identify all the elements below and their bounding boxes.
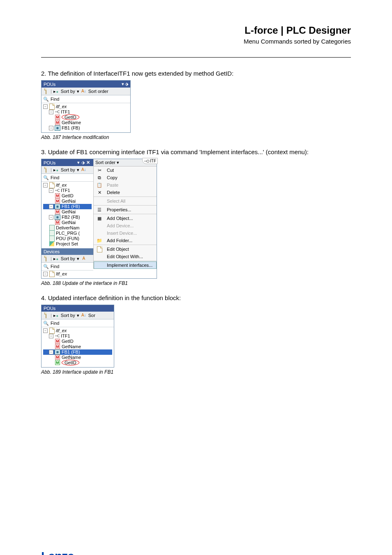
find-row[interactable]: 🔍 Find — [42, 174, 93, 182]
az-sort-icon[interactable]: A↓ — [81, 167, 87, 173]
expander-icon[interactable]: − — [43, 104, 48, 109]
tree-row-getid[interactable]: MGetID — [43, 193, 92, 199]
ctx-selectall[interactable]: Select All — [94, 197, 157, 205]
method-icon: M — [55, 199, 60, 204]
project-icon — [49, 271, 55, 277]
az-sort-icon[interactable]: A — [81, 256, 87, 261]
expander-icon[interactable]: − — [49, 110, 53, 114]
node-fb1-getname: GetName — [62, 355, 81, 360]
pin-icon[interactable]: ⬗ — [81, 160, 85, 165]
sortby-label[interactable]: Sort by — [61, 256, 75, 261]
sortby-label[interactable]: Sort by — [61, 167, 75, 172]
page-title: L-force | PLC Designer — [41, 25, 351, 36]
find-row[interactable]: 🔍 Find — [42, 319, 114, 327]
az-sort-icon[interactable]: A↓ — [81, 312, 87, 318]
ctx-editobjectwith[interactable]: Edit Object With... — [94, 253, 157, 260]
devices-title-text: Devices — [44, 249, 60, 254]
interface-icon — [55, 189, 60, 192]
document-icon[interactable] — [43, 312, 49, 318]
caption-189: Abb. 189 Interface update in FB1 — [41, 369, 351, 375]
method-icon: M — [55, 120, 60, 125]
tree-row-fb1-getname[interactable]: MGetName — [43, 355, 112, 360]
node-itfex: itf_ex — [56, 183, 67, 187]
pin-icon[interactable]: ⬗ — [125, 81, 128, 87]
interface-icon — [55, 110, 60, 113]
node-projectset: Project Set — [56, 241, 78, 246]
sortorder-label[interactable]: Sort order — [88, 89, 108, 94]
sortby-label[interactable]: Sort by — [61, 89, 75, 94]
chevron-down-icon[interactable]: ▾ — [77, 89, 79, 94]
document-icon[interactable] — [43, 88, 49, 94]
ctx-properties[interactable]: ☰Properties... — [94, 206, 157, 213]
toolbar-sep: | — [51, 89, 52, 94]
tree-row-fb1-getna[interactable]: MGetNai — [43, 209, 92, 215]
tree-row-root[interactable]: − itf_ex — [43, 104, 129, 109]
sortorder-label[interactable]: Sor — [88, 313, 95, 318]
settings-icon — [49, 241, 54, 246]
az-sort-icon[interactable]: A↓ — [81, 88, 87, 94]
node-getname: GetName — [62, 344, 81, 349]
tree-row-getid[interactable]: M GetID — [43, 115, 129, 120]
add-object-icon: ▦ — [96, 215, 103, 221]
delete-icon: ✕ — [96, 190, 103, 195]
tree-row-devices-root[interactable]: −Itf_ex — [43, 271, 92, 277]
ctx-copy[interactable]: ⧉Copy — [94, 174, 157, 181]
ctx-addobject[interactable]: ▦Add Object... — [94, 215, 157, 222]
sortby-label[interactable]: Sort by — [61, 313, 75, 318]
ctx-implementinterfaces[interactable]: Implement interfaces... — [94, 261, 157, 269]
chevron-down-icon[interactable]: ▾ — [77, 160, 80, 165]
tree-row-getname[interactable]: M GetName — [43, 120, 129, 125]
method-icon: M — [55, 339, 60, 344]
panel-toolbar: | ▸⬥ Sort by ▾ A↓ Sort order — [42, 88, 130, 95]
tree-row-root[interactable]: −itf_ex — [43, 183, 92, 188]
tree-row-getname[interactable]: MGetName — [43, 344, 112, 349]
node-getid-highlight: GetID — [62, 114, 79, 120]
devices-tree: −Itf_ex — [42, 271, 93, 278]
find-row-devices[interactable]: 🔍 Find — [42, 263, 93, 271]
panel-titlebar: POUs ▾ ⬗ ✕ — [42, 159, 93, 166]
tree-row-fb2[interactable]: −⊞FB2 (FB) — [43, 215, 92, 220]
sort-icon[interactable]: ▸⬥ — [53, 256, 59, 261]
tree-row-itf1[interactable]: −ITF1 — [43, 188, 92, 193]
caption-187: Abb. 187 Interface modification — [41, 134, 351, 140]
node-plcprg: PLC_PRG ( — [56, 231, 80, 236]
find-row[interactable]: 🔍 Find — [42, 95, 130, 103]
tree-row-getna[interactable]: MGetNai — [43, 199, 92, 204]
ctx-cut[interactable]: ✂Cut — [94, 166, 157, 174]
sort-icon[interactable]: ▸⬥ — [53, 167, 59, 173]
node-fb1-getid-highlight: GetID — [62, 360, 79, 365]
node-itf1: ITF1 — [61, 109, 70, 114]
fb-icon: ⊞ — [55, 125, 60, 131]
ctx-editobject[interactable]: Edit Object — [94, 245, 157, 253]
ctx-insertdevice[interactable]: Insert Device... — [94, 229, 157, 237]
method-icon: M — [55, 115, 60, 120]
sort-icon[interactable]: ▸⬥ — [53, 88, 59, 94]
expander-icon[interactable]: − — [49, 126, 53, 130]
ctx-addfolder[interactable]: 📁Add Folder... — [94, 237, 157, 244]
tree-row-projectset[interactable]: Project Set — [43, 241, 92, 247]
ctx-paste[interactable]: 📋Paste — [94, 181, 157, 189]
sort-icon[interactable]: ▸⬥ — [53, 312, 59, 318]
ctx-delete[interactable]: ✕Delete — [94, 189, 157, 196]
tree-row-fb1-selected[interactable]: −⊞FB1 (FB) — [43, 349, 112, 355]
tree-row-poufun[interactable]: POU (FUN) — [43, 236, 92, 241]
document-icon[interactable] — [43, 256, 49, 261]
properties-icon: ☰ — [96, 207, 103, 213]
tree-row-itf1[interactable]: −ITF1 — [43, 333, 112, 339]
tree-row-getid[interactable]: MGetID — [43, 339, 112, 344]
document-icon[interactable] — [43, 167, 49, 173]
svg-point-4 — [58, 189, 60, 192]
tree-row-root[interactable]: −itf_ex — [43, 328, 112, 333]
node-fb2: FB2 (FB) — [62, 215, 80, 220]
tree-row-itf1[interactable]: − ITF1 — [43, 109, 129, 115]
close-icon[interactable]: ✕ — [86, 160, 90, 165]
pou-panel-189: POUs | ▸⬥ Sort by ▾ A↓ Sor 🔍 Find −itf_e… — [41, 305, 114, 368]
tree-row-fb1-getid[interactable]: MGetID — [43, 360, 112, 365]
itf-tab[interactable]: ITF — [142, 158, 158, 164]
tree-row-fb1-selected[interactable]: −⊞FB1 (FB) — [43, 204, 92, 209]
ctx-adddevice[interactable]: Add Device... — [94, 222, 157, 229]
project-icon — [49, 328, 55, 334]
chevron-down-icon[interactable]: ▾ — [122, 81, 124, 87]
project-icon — [49, 182, 55, 188]
tree-row-fb1[interactable]: − ⊞ FB1 (FB) — [43, 125, 129, 131]
